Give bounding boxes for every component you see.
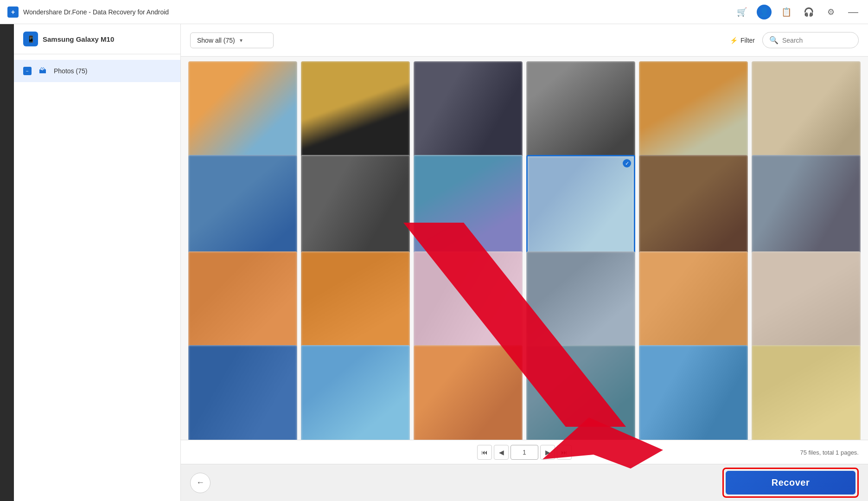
photo-thumb-12[interactable]: [752, 155, 861, 264]
search-box: 🔍: [762, 32, 859, 48]
content-toolbar: Show all (75) ▾ ⚡ Filter 🔍: [181, 24, 868, 57]
gear-icon[interactable]: ⚙: [823, 5, 838, 19]
photo-thumb-2[interactable]: [301, 61, 410, 170]
category-label: Photos (75): [54, 67, 87, 75]
photo-thumb-18[interactable]: [752, 251, 861, 360]
back-arrow-icon: ←: [196, 478, 204, 488]
photo-thumb-14[interactable]: [301, 251, 410, 360]
show-all-dropdown[interactable]: Show all (75) ▾: [190, 32, 274, 48]
dropdown-label: Show all (75): [197, 37, 235, 44]
back-button[interactable]: ←: [190, 473, 211, 493]
photo-thumb-24[interactable]: [752, 345, 861, 440]
photo-thumb-11[interactable]: [639, 155, 748, 264]
collapse-button[interactable]: −: [23, 67, 32, 75]
photo-thumb-23[interactable]: [639, 345, 748, 440]
title-bar: + Wondershare Dr.Fone - Data Recovery fo…: [0, 0, 868, 24]
pagination-controls: ⏮ ◀ 1 ▶ ⏭: [477, 445, 572, 460]
photo-thumb-5[interactable]: [639, 61, 748, 170]
filter-label: Filter: [740, 37, 755, 44]
photo-grid: ✓: [181, 57, 868, 440]
category-item-photos[interactable]: − 🏔 Photos (75): [14, 60, 180, 82]
photo-thumb-16[interactable]: [526, 251, 635, 360]
device-header: 📱 Samsung Galaxy M10: [14, 24, 180, 54]
sidebar-strip: [0, 24, 14, 501]
photo-thumb-9[interactable]: [414, 155, 523, 264]
next-page-button[interactable]: ▶: [540, 445, 555, 460]
photo-thumb-21[interactable]: [414, 345, 523, 440]
bottom-bar: ← Recover: [181, 464, 868, 501]
device-icon: 📱: [23, 32, 38, 46]
photo-thumb-19[interactable]: [188, 345, 297, 440]
content-area: Show all (75) ▾ ⚡ Filter 🔍: [181, 24, 868, 501]
photo-thumb-7[interactable]: [188, 155, 297, 264]
photo-thumb-3[interactable]: [414, 61, 523, 170]
pagination-bar: ⏮ ◀ 1 ▶ ⏭ 75 files, total 1 pages.: [181, 440, 868, 464]
minimize-button[interactable]: —: [846, 5, 861, 19]
selected-check: ✓: [623, 159, 631, 167]
chevron-down-icon: ▾: [240, 37, 243, 44]
headset-icon[interactable]: 🎧: [801, 5, 816, 19]
current-page-indicator: 1: [511, 445, 538, 460]
search-input[interactable]: [782, 37, 852, 44]
files-info: 75 files, total 1 pages.: [800, 449, 859, 456]
category-list: − 🏔 Photos (75): [14, 54, 180, 88]
photo-thumb-1[interactable]: [188, 61, 297, 170]
photo-thumb-4[interactable]: [526, 61, 635, 170]
user-icon[interactable]: 👤: [757, 5, 772, 19]
cart-icon[interactable]: 🛒: [734, 5, 749, 19]
photo-thumb-22[interactable]: [526, 345, 635, 440]
photo-thumb-15[interactable]: [414, 251, 523, 360]
first-page-button[interactable]: ⏮: [477, 445, 492, 460]
last-page-button[interactable]: ⏭: [557, 445, 572, 460]
photo-thumb-10[interactable]: ✓: [526, 155, 635, 264]
toolbar-left: Show all (75) ▾: [190, 32, 274, 48]
title-bar-right: 🛒 👤 📋 🎧 ⚙ —: [734, 5, 861, 19]
app-title: Wondershare Dr.Fone - Data Recovery for …: [23, 8, 169, 16]
photo-thumb-20[interactable]: [301, 345, 410, 440]
filter-icon: ⚡: [730, 37, 738, 44]
filter-button[interactable]: ⚡ Filter: [730, 37, 755, 44]
recover-button-wrapper: Recover: [722, 468, 859, 498]
doc-icon[interactable]: 📋: [779, 5, 794, 19]
main-layout: 📱 Samsung Galaxy M10 − 🏔 Photos (75) Sho…: [0, 24, 868, 501]
recover-button[interactable]: Recover: [726, 471, 855, 495]
photo-thumb-13[interactable]: [188, 251, 297, 360]
device-panel: 📱 Samsung Galaxy M10 − 🏔 Photos (75): [14, 24, 181, 501]
photos-category-icon: 🏔: [36, 64, 49, 77]
photo-thumb-17[interactable]: [639, 251, 748, 360]
toolbar-right: ⚡ Filter 🔍: [730, 32, 859, 48]
search-icon: 🔍: [769, 36, 779, 45]
device-name: Samsung Galaxy M10: [43, 35, 114, 43]
photo-thumb-6[interactable]: [752, 61, 861, 170]
photo-thumb-8[interactable]: [301, 155, 410, 264]
title-bar-left: + Wondershare Dr.Fone - Data Recovery fo…: [7, 6, 169, 18]
app-logo: +: [7, 6, 19, 18]
prev-page-button[interactable]: ◀: [494, 445, 509, 460]
